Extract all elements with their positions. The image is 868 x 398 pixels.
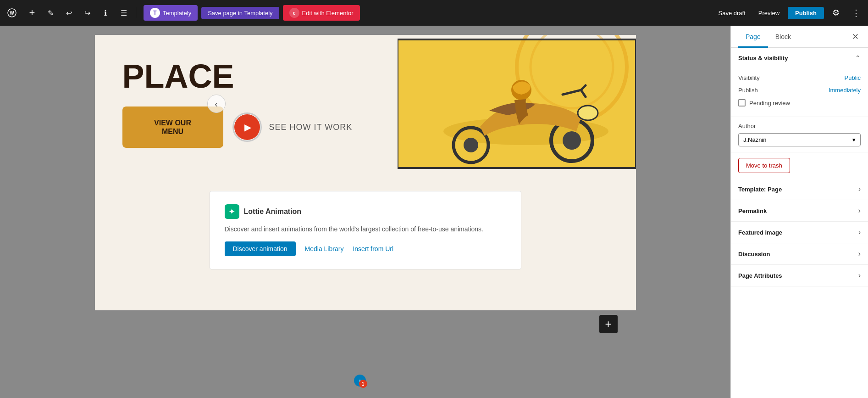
- hero-cta-row: ‹ VIEW OUR MENU ▶ SEE HOW IT WORK: [122, 107, 379, 148]
- pending-review-label: Pending review: [749, 100, 790, 107]
- publish-label: Publish: [738, 87, 758, 94]
- add-block-button[interactable]: +: [599, 315, 618, 333]
- discussion-section-title: Discussion: [738, 251, 770, 258]
- featured-image-chevron-icon: ›: [858, 228, 861, 236]
- content-area: PLACE ‹ VIEW OUR MENU ▶: [0, 26, 730, 398]
- add-block-wrap: +: [95, 310, 636, 338]
- toolbar: W + ✎ ↩ ↪ ℹ ☰ T Templately Save page in …: [0, 0, 868, 26]
- nav-arrow-icon[interactable]: ‹: [207, 95, 226, 113]
- pending-review-checkbox[interactable]: [738, 99, 746, 107]
- svg-point-10: [578, 106, 598, 120]
- template-section: Template: Page ›: [731, 179, 868, 200]
- media-library-link[interactable]: Media Library: [305, 245, 344, 252]
- settings-button[interactable]: ⚙: [828, 5, 844, 21]
- visibility-label: Visibility: [738, 74, 760, 81]
- play-button-wrap: ▶ SEE HOW IT WORK: [232, 112, 353, 142]
- svg-point-9: [464, 138, 478, 152]
- status-visibility-section: Status & visibility ⌃ Visibility Public …: [731, 48, 868, 117]
- pending-review-row: Pending review: [738, 96, 861, 109]
- notification-count: 1: [359, 380, 367, 388]
- toolbar-center: T Templately Save page in Templately e E…: [144, 5, 360, 21]
- page-canvas: PLACE ‹ VIEW OUR MENU ▶: [95, 35, 636, 310]
- lottie-block: ✦ Lottie Animation Discover and insert a…: [210, 191, 521, 269]
- publish-button[interactable]: Publish: [788, 7, 824, 19]
- page-attributes-section-title: Page Attributes: [738, 272, 782, 279]
- tab-block[interactable]: Block: [768, 26, 798, 48]
- hero-left: PLACE ‹ VIEW OUR MENU ▶: [95, 35, 398, 173]
- permalink-section-header[interactable]: Permalink ›: [731, 200, 868, 221]
- status-visibility-header[interactable]: Status & visibility ⌃: [731, 48, 868, 68]
- visibility-value-button[interactable]: Public: [845, 74, 861, 81]
- status-visibility-title: Status & visibility: [738, 55, 788, 62]
- author-section: Author J.Naznin ▾: [731, 117, 868, 152]
- discussion-section: Discussion ›: [731, 243, 868, 265]
- discussion-section-header[interactable]: Discussion ›: [731, 243, 868, 264]
- lottie-section: ✦ Lottie Animation Discover and insert a…: [95, 173, 636, 288]
- templately-button[interactable]: T Templately: [144, 5, 198, 21]
- author-content: Author J.Naznin ▾: [731, 117, 868, 152]
- more-tools-button[interactable]: ☰: [116, 5, 132, 21]
- save-draft-button[interactable]: Save draft: [714, 7, 750, 19]
- main-layout: PLACE ‹ VIEW OUR MENU ▶: [0, 26, 868, 398]
- play-icon[interactable]: ▶: [234, 114, 260, 140]
- toolbar-separator: [136, 7, 136, 18]
- tab-page[interactable]: Page: [738, 26, 768, 48]
- page-attributes-section-header[interactable]: Page Attributes ›: [731, 265, 868, 286]
- notification-badge-wrap: i 1: [352, 372, 368, 389]
- sidebar-header: Page Block ✕: [731, 26, 868, 48]
- template-chevron-icon: ›: [858, 185, 861, 193]
- hero-image: [398, 35, 636, 173]
- svg-point-7: [563, 131, 581, 150]
- featured-image-section-title: Featured image: [738, 229, 782, 236]
- lottie-actions: Discover animation Media Library Insert …: [225, 241, 506, 256]
- lottie-header: ✦ Lottie Animation: [225, 204, 506, 219]
- author-label: Author: [738, 123, 861, 129]
- scooter-svg: [398, 35, 636, 173]
- see-how-text: SEE HOW IT WORK: [269, 123, 353, 132]
- elementor-icon: e: [289, 8, 299, 18]
- author-chevron-icon: ▾: [852, 136, 856, 143]
- status-visibility-content: Visibility Public Publish Immediately Pe…: [731, 68, 868, 117]
- info-button[interactable]: ℹ: [97, 5, 114, 21]
- move-to-trash-wrap: Move to trash: [731, 152, 868, 179]
- hero-section: PLACE ‹ VIEW OUR MENU ▶: [95, 35, 636, 173]
- edit-button[interactable]: ✎: [42, 5, 59, 21]
- sidebar-close-button[interactable]: ✕: [850, 30, 861, 44]
- lottie-description: Discover and insert animations from the …: [225, 224, 506, 234]
- sidebar-panel: Page Block ✕ Status & visibility ⌃ Visib…: [730, 26, 868, 398]
- wp-logo-icon[interactable]: W: [4, 5, 20, 21]
- templately-icon: T: [150, 8, 160, 18]
- lottie-icon: ✦: [225, 204, 239, 219]
- undo-button[interactable]: ↩: [61, 5, 77, 21]
- save-page-templately-button[interactable]: Save page in Templately: [201, 7, 279, 19]
- discussion-chevron-icon: ›: [858, 250, 861, 258]
- notification-button[interactable]: i 1: [352, 372, 368, 389]
- author-select[interactable]: J.Naznin ▾: [738, 133, 861, 146]
- more-options-button[interactable]: ⋮: [848, 5, 864, 21]
- permalink-chevron-icon: ›: [858, 207, 861, 215]
- visibility-row: Visibility Public: [738, 72, 861, 84]
- permalink-section: Permalink ›: [731, 200, 868, 222]
- redo-button[interactable]: ↪: [79, 5, 95, 21]
- permalink-section-title: Permalink: [738, 207, 767, 214]
- play-circle[interactable]: ▶: [232, 112, 262, 142]
- edit-elementor-button[interactable]: e Edit with Elementor: [283, 5, 360, 21]
- move-to-trash-button[interactable]: Move to trash: [738, 158, 790, 173]
- page-attributes-section: Page Attributes ›: [731, 265, 868, 286]
- featured-image-section: Featured image ›: [731, 222, 868, 243]
- view-menu-button[interactable]: VIEW OUR MENU: [122, 107, 223, 148]
- page-title: PLACE: [122, 60, 379, 93]
- template-section-header[interactable]: Template: Page ›: [731, 179, 868, 200]
- publish-row: Publish Immediately: [738, 84, 861, 96]
- template-section-title: Template: Page: [738, 186, 782, 193]
- svg-text:W: W: [10, 11, 14, 16]
- insert-from-url-link[interactable]: Insert from Url: [353, 245, 393, 252]
- discover-animation-button[interactable]: Discover animation: [225, 241, 296, 256]
- publish-value-button[interactable]: Immediately: [829, 87, 861, 94]
- page-attributes-chevron-icon: ›: [858, 271, 861, 280]
- toolbar-right: Save draft Preview Publish ⚙ ⋮: [714, 5, 864, 21]
- add-block-toolbar-button[interactable]: +: [24, 5, 40, 21]
- preview-button[interactable]: Preview: [754, 7, 784, 19]
- status-visibility-chevron-icon: ⌃: [855, 54, 861, 62]
- featured-image-section-header[interactable]: Featured image ›: [731, 222, 868, 243]
